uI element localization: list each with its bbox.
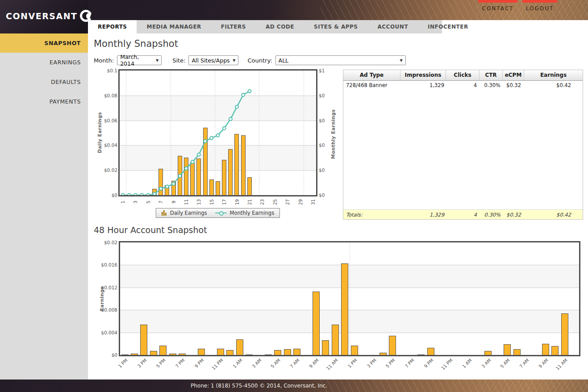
column-header-impressions[interactable]: Impressions [400,70,446,80]
sidebar: SNAPSHOTEARNINGSDEFAULTSPAYMENTS [0,33,88,379]
monthly-earnings-axis-tick: $0 [319,167,325,173]
hourly-earnings-bar [313,292,320,355]
day-axis-tick: 1 [121,197,125,207]
country-select-value: ALL [279,57,288,64]
daily-earnings-axis-tick: $0 [91,192,117,198]
48h-snapshot-title: 48 Hour Account Snapshot [94,225,207,235]
hourly-earnings-bar [293,349,300,355]
hourly-earnings-bar [322,340,329,355]
header-link-logout[interactable]: LOGOUT [522,0,557,12]
totals-cell: 1,329 [400,210,446,220]
earnings-axis-tick: $0.02 [91,240,117,246]
header-link-label: CONTACT [478,5,517,12]
earnings-axis-tick: $0.004 [91,330,117,336]
monthly-earnings-axis-tick: $1 [319,68,325,74]
sidebar-item-payments[interactable]: PAYMENTS [0,92,88,112]
hourly-earnings-bar [131,354,138,355]
site-select[interactable]: All Sites/Apps ▼ [188,55,238,65]
ad-type-table: Ad TypeImpressionsClicksCTReCPMEarnings … [343,70,583,220]
hourly-earnings-bar [484,351,492,355]
legend-daily-earnings-label: Daily Earnings [170,210,207,216]
table-cell: 728/468 Banner [343,81,400,90]
tab-filters[interactable]: FILTERS [211,20,256,33]
totals-cell: 0.30% [480,210,503,220]
table-cell: 0.30% [480,81,503,90]
logo-text: CONVERSANT [6,11,78,21]
header-link-accent-bar [522,0,557,3]
sidebar-item-snapshot[interactable]: SNAPSHOT [0,33,88,53]
hourly-earnings-bar [417,354,425,355]
hourly-earnings-bar [140,325,147,355]
monthly-earnings-axis-tick: $0 [319,192,325,198]
daily-earnings-axis-tick: $0.06 [91,118,117,124]
totals-cell: $0.32 [503,210,524,220]
hourly-earnings-bar [341,263,348,355]
hourly-earnings-bar [265,354,272,355]
hourly-earnings-bar [179,354,186,355]
day-axis-tick: 13 [196,197,201,207]
table-cell: $0.42 [524,81,583,90]
day-axis-tick: 11 [184,197,189,207]
table-totals-row: Totals:1,32940.30%$0.32$0.42 [343,209,583,219]
hourly-earnings-bar [351,346,358,355]
table-cell: $0.32 [503,81,524,90]
hourly-earnings-bar [198,349,205,355]
page: CONTACTLOGOUT CONVERSANT REPORTSMEDIA MA… [0,0,588,392]
hourly-earnings-bar [332,325,339,355]
day-axis-tick: 5 [146,197,150,207]
hourly-earnings-bar [427,348,434,355]
header-link-contact[interactable]: CONTACT [478,0,517,12]
hourly-earnings-bar [542,344,549,355]
hourly-earnings-bar [513,349,521,355]
hourly-earnings-bar [217,349,224,355]
main-nav-tabs: REPORTSMEDIA MANAGERFILTERSAD CODESITES … [88,20,442,33]
daily-earnings-axis-tick: $0.02 [91,167,117,173]
column-header-ctr[interactable]: CTR [480,70,503,80]
tab-ad-code[interactable]: AD CODE [256,20,304,33]
tab-sites-apps[interactable]: SITES & APPS [304,20,367,33]
table-header-row: Ad TypeImpressionsClicksCTReCPMEarnings [343,70,583,81]
day-axis-tick: 23 [260,197,265,207]
page-title: Monthly Snapshot [94,38,178,49]
month-label: Month: [94,57,114,64]
tab-media-manager[interactable]: MEDIA MANAGER [137,20,211,33]
filter-bar: Month: March, 2014 ▼ Site: All Sites/App… [94,55,406,65]
column-header-earnings[interactable]: Earnings [524,70,583,80]
tab-infocenter[interactable]: INFOCENTER [418,20,478,33]
day-axis-tick: 29 [298,197,303,207]
column-header-ecpm[interactable]: eCPM [503,70,524,80]
chevron-down-icon: ▼ [397,58,402,63]
monthly-earnings-legend-icon [215,211,227,215]
column-header-ad-type[interactable]: Ad Type [343,70,400,80]
daily-earnings-axis-tick: $0.08 [91,93,117,99]
country-label: Country: [247,57,272,64]
hourly-earnings-bar [504,344,511,355]
month-select[interactable]: March, 2014 ▼ [117,55,162,65]
table-empty-area [343,90,583,209]
day-axis-tick: 15 [209,197,214,207]
totals-cell: $0.42 [524,210,583,220]
footer-text: Phone: 1 (818) 575-4500 © 2014, Conversa… [0,379,518,392]
monthly-earnings-line [120,71,316,195]
sidebar-item-earnings[interactable]: EARNINGS [0,53,88,72]
hourly-earnings-bar [246,354,253,355]
totals-label: Totals: [343,210,400,220]
day-axis-tick: 3 [133,197,138,207]
tab-account[interactable]: ACCOUNT [368,20,418,33]
header-link-accent-bar [478,0,517,3]
monthly-earnings-chart [118,69,317,196]
sidebar-item-defaults[interactable]: DEFAULTS [0,72,88,92]
day-axis-tick: 21 [247,197,252,207]
country-select[interactable]: ALL ▼ [275,55,406,65]
daily-earnings-axis-tick: $0.1 [91,68,117,74]
day-axis-tick: 27 [285,197,290,207]
chart-legend: Daily Earnings Monthly Earnings [156,208,280,218]
tab-reports[interactable]: REPORTS [88,20,137,33]
chevron-down-icon: ▼ [230,58,235,63]
column-header-clicks[interactable]: Clicks [446,70,480,80]
hourly-earnings-bar [121,354,129,355]
monthly-earnings-axis-tick: $0 [319,118,325,124]
site-label: Site: [172,57,185,64]
legend-monthly-earnings-label: Monthly Earnings [230,210,275,216]
daily-earnings-legend-icon [162,210,167,216]
